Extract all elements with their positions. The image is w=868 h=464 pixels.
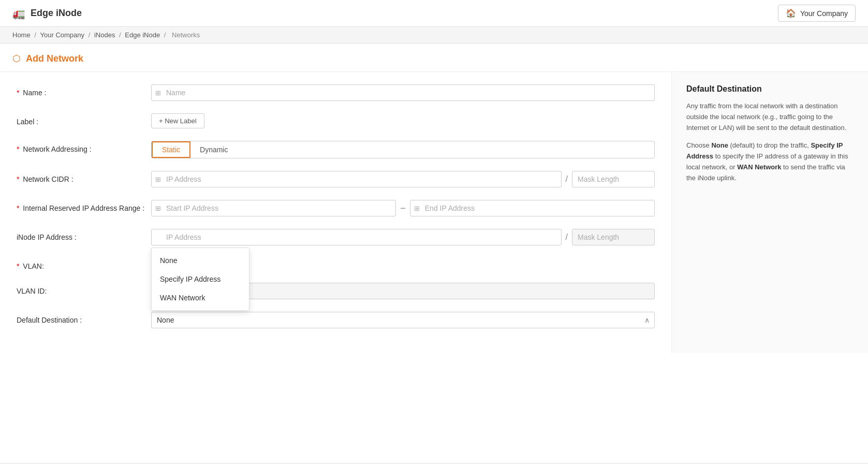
inode-slash: / (566, 233, 568, 242)
network-cidr-control: ⊞ / (151, 171, 655, 187)
dropdown-item-specify-ip[interactable]: Specify IP Address (152, 270, 249, 288)
network-addressing-row: * Network Addressing : Static Dynamic (17, 141, 655, 158)
start-ip-icon: ⊞ (155, 205, 161, 212)
app-title-area: 🚛 Edge iNode (12, 7, 82, 20)
header: 🚛 Edge iNode 🏠 Your Company (0, 0, 868, 27)
wan-network-bold: WAN Network (737, 163, 781, 171)
form-body: * Name : ⊞ Label : + New Label (0, 72, 868, 353)
breadcrumb-home[interactable]: Home (12, 31, 31, 39)
company-name: Your Company (800, 9, 848, 18)
addressing-toggle-group: Static Dynamic (151, 141, 655, 158)
form-right: Default Destination Any traffic from the… (671, 72, 868, 353)
specify-ip-bold: Specify IP Address (686, 141, 843, 160)
right-panel-title: Default Destination (686, 84, 854, 94)
company-badge[interactable]: 🏠 Your Company (778, 5, 856, 22)
truck-icon: 🚛 (12, 7, 25, 20)
default-destination-row: Default Destination : None Specify IP Ad… (17, 312, 655, 328)
breadcrumb-edge-inode[interactable]: Edge iNode (125, 31, 160, 39)
start-ip-input[interactable] (151, 200, 396, 216)
app-title: Edge iNode (31, 8, 82, 19)
main-content: ⬡ Add Network * Name : ⊞ Label (0, 44, 868, 463)
name-label: * Name : (17, 84, 151, 97)
network-icon: ⬡ (12, 53, 21, 64)
network-addressing-label: * Network Addressing : (17, 141, 151, 153)
right-panel-para1: Any traffic from the local network with … (686, 101, 854, 133)
inode-ip-label: iNode IP Address : (17, 229, 151, 241)
end-ip-input[interactable] (410, 200, 655, 216)
breadcrumb-company[interactable]: Your Company (40, 31, 85, 39)
dropdown-item-none[interactable]: None (152, 251, 249, 270)
inode-ip-control: / (151, 229, 655, 245)
name-input[interactable] (151, 84, 655, 101)
dynamic-button[interactable]: Dynamic (190, 141, 237, 158)
ip-range-row: * Internal Reserved IP Address Range : ⊞… (17, 200, 655, 216)
end-ip-icon: ⊞ (414, 205, 420, 212)
form-left: * Name : ⊞ Label : + New Label (0, 72, 671, 353)
ip-range-label: * Internal Reserved IP Address Range : (17, 200, 151, 212)
new-label-button[interactable]: + New Label (151, 113, 204, 128)
vlan-label: * VLAN: (17, 258, 151, 270)
cidr-slash: / (566, 175, 568, 184)
label-label: Label : (17, 113, 151, 126)
page-title-bar: ⬡ Add Network (0, 44, 868, 72)
page-title: Add Network (26, 53, 83, 64)
name-icon: ⊞ (155, 89, 161, 97)
vlan-row: * VLAN: (17, 258, 655, 270)
label-row: Label : + New Label (17, 113, 655, 128)
mask-length-input[interactable] (572, 171, 655, 187)
range-dash: − (400, 203, 406, 214)
inode-ip-row: iNode IP Address : / None Specify IP Add… (17, 229, 655, 245)
inode-mask-input[interactable] (572, 229, 655, 245)
default-destination-label: Default Destination : (17, 312, 151, 324)
none-bold: None (711, 141, 728, 149)
vlan-id-row: VLAN ID: (17, 283, 655, 299)
name-control: ⊞ (151, 84, 655, 101)
network-cidr-label: * Network CIDR : (17, 171, 151, 183)
network-cidr-row: * Network CIDR : ⊞ / (17, 171, 655, 187)
breadcrumb-inodes[interactable]: iNodes (94, 31, 115, 39)
default-destination-dropdown-popup: None Specify IP Address WAN Network (151, 248, 249, 311)
static-button[interactable]: Static (152, 141, 190, 158)
label-control: + New Label (151, 113, 655, 128)
breadcrumb: Home / Your Company / iNodes / Edge iNod… (0, 27, 868, 44)
default-destination-select[interactable]: None Specify IP Address WAN Network (151, 312, 655, 328)
vlan-id-label: VLAN ID: (17, 283, 151, 295)
cidr-ip-icon: ⊞ (155, 176, 161, 183)
name-row: * Name : ⊞ (17, 84, 655, 101)
inode-ip-input[interactable] (151, 229, 562, 245)
cidr-ip-input[interactable] (151, 171, 562, 187)
ip-range-control: ⊞ − ⊞ (151, 200, 655, 216)
right-panel-para2: Choose None (default) to drop the traffi… (686, 140, 854, 183)
default-destination-control: None Specify IP Address WAN Network ∧ (151, 312, 655, 328)
network-addressing-control: Static Dynamic (151, 141, 655, 158)
home-icon: 🏠 (786, 8, 796, 18)
breadcrumb-networks: Networks (172, 31, 200, 39)
dropdown-item-wan-network[interactable]: WAN Network (152, 288, 249, 307)
